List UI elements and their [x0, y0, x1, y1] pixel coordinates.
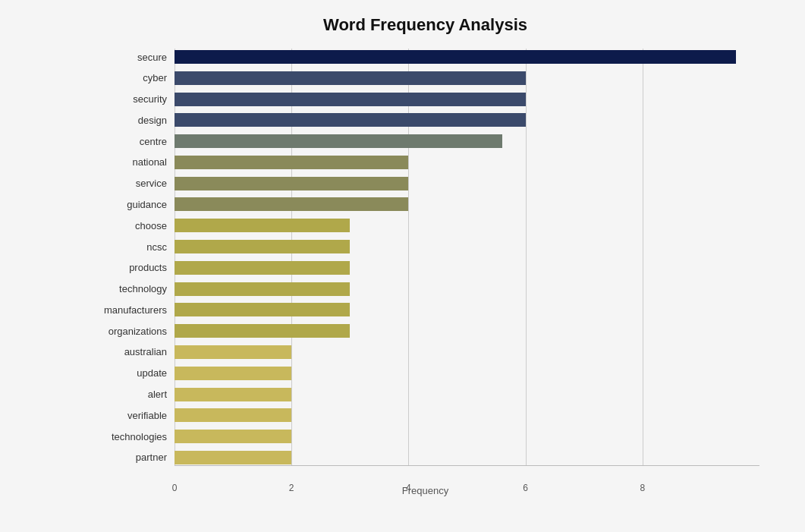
bar-row: update	[91, 365, 759, 382]
bar-track	[175, 324, 759, 338]
bar-label: alert	[91, 389, 175, 400]
bar-track	[175, 93, 759, 106]
bar-row: design	[91, 112, 759, 128]
bar-track	[175, 345, 759, 359]
bar-fill	[175, 177, 408, 190]
chart-container: Word Frequency Analysis securecybersecur…	[0, 0, 805, 532]
bar-label: guidance	[91, 199, 175, 210]
bar-row: australian	[91, 344, 759, 360]
bar-label: cyber	[91, 72, 175, 83]
bar-label: design	[91, 115, 175, 126]
bar-row: centre	[91, 133, 759, 150]
bar-row: national	[91, 154, 759, 171]
bar-label: national	[91, 156, 175, 168]
bar-label: service	[91, 178, 175, 189]
bar-label: update	[91, 367, 175, 379]
bar-track	[175, 50, 759, 64]
bar-fill	[175, 156, 408, 169]
bar-label: technologies	[91, 431, 175, 442]
bar-track	[175, 408, 759, 422]
bar-label: manufacturers	[91, 304, 175, 316]
bar-fill	[175, 303, 350, 316]
bar-label: security	[91, 93, 175, 105]
bar-row: verifiable	[91, 407, 759, 423]
bar-row: security	[91, 91, 759, 108]
bar-row: cyber	[91, 70, 759, 87]
bar-fill	[175, 93, 526, 106]
bar-fill	[175, 388, 291, 401]
bar-row: products	[91, 260, 759, 276]
x-axis	[175, 465, 759, 466]
bar-label: verifiable	[91, 410, 175, 421]
bar-label: centre	[91, 136, 175, 147]
bar-track	[175, 177, 759, 190]
bar-track	[175, 219, 759, 232]
bar-fill	[175, 430, 291, 443]
bar-track	[175, 367, 759, 380]
bar-track	[175, 71, 759, 85]
bar-track	[175, 134, 759, 148]
bar-label: ncsc	[91, 241, 175, 253]
bar-fill	[175, 261, 350, 275]
chart-title: Word Frequency Analysis	[91, 15, 759, 35]
bar-row: service	[91, 175, 759, 192]
bar-fill	[175, 50, 736, 64]
bar-track	[175, 261, 759, 275]
bar-fill	[175, 408, 291, 422]
bar-row: choose	[91, 217, 759, 234]
bar-fill	[175, 451, 291, 464]
bar-fill	[175, 197, 408, 211]
bar-fill	[175, 367, 291, 380]
bar-fill	[175, 134, 502, 148]
bar-row: organizations	[91, 323, 759, 339]
bar-track	[175, 197, 759, 211]
bar-row: alert	[91, 386, 759, 403]
bar-fill	[175, 324, 350, 338]
bar-row: manufacturers	[91, 301, 759, 318]
bars-wrapper: securecybersecuritydesigncentrenationals…	[91, 49, 759, 466]
bar-row: ncsc	[91, 238, 759, 255]
bar-track	[175, 282, 759, 296]
bar-row: technologies	[91, 428, 759, 445]
bar-fill	[175, 219, 350, 232]
bar-label: secure	[91, 52, 175, 63]
bar-row: partner	[91, 449, 759, 466]
bar-label: technology	[91, 283, 175, 294]
bar-row: secure	[91, 49, 759, 65]
bar-label: choose	[91, 220, 175, 231]
chart-area: securecybersecuritydesigncentrenationals…	[91, 49, 759, 496]
bar-row: guidance	[91, 196, 759, 212]
bar-track	[175, 113, 759, 127]
bar-track	[175, 451, 759, 464]
x-axis-label: Frequency	[91, 485, 759, 496]
bar-track	[175, 430, 759, 443]
bar-fill	[175, 240, 350, 253]
bar-fill	[175, 71, 526, 85]
bar-row: technology	[91, 281, 759, 297]
bar-fill	[175, 345, 291, 359]
bar-track	[175, 156, 759, 169]
bar-label: australian	[91, 346, 175, 357]
bar-label: products	[91, 262, 175, 273]
bar-label: partner	[91, 452, 175, 463]
bar-track	[175, 303, 759, 316]
bar-label: organizations	[91, 326, 175, 337]
bar-fill	[175, 113, 526, 127]
bar-track	[175, 240, 759, 253]
bar-fill	[175, 282, 350, 296]
bar-track	[175, 388, 759, 401]
